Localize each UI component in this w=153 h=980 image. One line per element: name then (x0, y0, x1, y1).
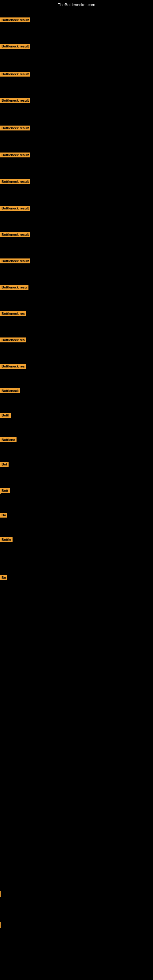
bottleneck-badge-2: Bottleneck result (0, 72, 30, 76)
bottleneck-badge-16: Bottlene (0, 438, 16, 442)
bottleneck-badge-18: Bott (0, 488, 10, 493)
bottleneck-badge-10: Bottleneck resu (0, 285, 29, 290)
thin-line-1 (0, 891, 1, 897)
bottleneck-badge-11: Bottleneck res (0, 311, 26, 316)
bottleneck-badge-8: Bottleneck result (0, 232, 30, 237)
bottleneck-badge-21: Bo (0, 575, 7, 580)
bottleneck-badge-14: Bottleneck (0, 388, 20, 393)
thin-line-2 (0, 922, 1, 928)
bottleneck-badge-20: Bottle (0, 537, 13, 542)
bottleneck-badge-17: Bot (0, 462, 9, 467)
bottleneck-badge-4: Bottleneck result (0, 126, 30, 130)
bottleneck-badge-6: Bottleneck result (0, 179, 30, 184)
bottleneck-badge-12: Bottleneck res (0, 337, 26, 342)
bottleneck-badge-3: Bottleneck result (0, 98, 30, 103)
bottleneck-badge-15: Bottl (0, 413, 11, 418)
bottleneck-badge-1: Bottleneck result (0, 44, 30, 49)
thin-line-0 (0, 488, 1, 494)
bottleneck-badge-9: Bottleneck result (0, 258, 30, 263)
bottleneck-badge-5: Bottleneck result (0, 153, 30, 158)
site-title: TheBottlenecker.com (0, 2, 153, 7)
bottleneck-badge-0: Bottleneck result (0, 18, 30, 22)
bottleneck-badge-7: Bottleneck result (0, 206, 30, 211)
bottleneck-badge-13: Bottleneck res (0, 364, 26, 369)
bottleneck-badge-19: Bo (0, 513, 7, 517)
